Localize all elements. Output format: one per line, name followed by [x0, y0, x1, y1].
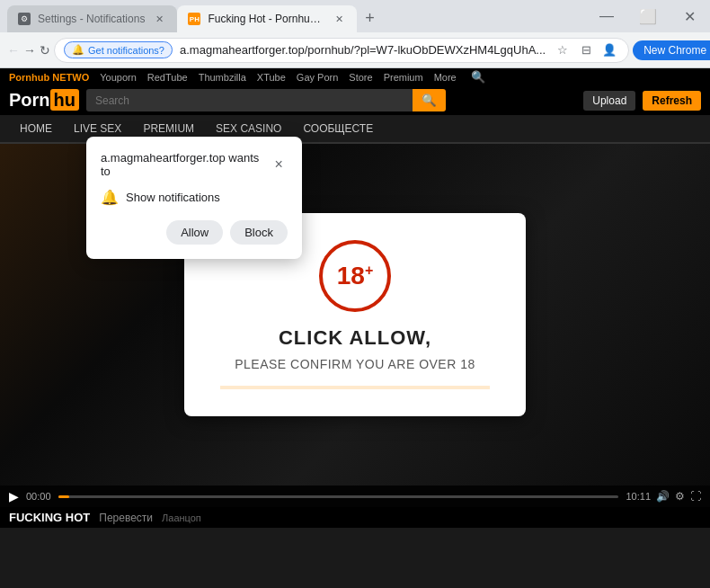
network-link-store[interactable]: Store — [349, 72, 372, 83]
notification-actions: Allow Block — [101, 220, 288, 245]
volume-icon[interactable]: 🔊 — [656, 490, 670, 503]
total-time: 10:11 — [626, 491, 651, 502]
forward-button[interactable]: → — [23, 38, 36, 63]
notification-row: 🔔 Show notifications — [101, 189, 288, 206]
network-link-thumbzilla[interactable]: Thumbzilla — [199, 72, 246, 83]
upload-button[interactable]: Upload — [583, 91, 635, 111]
notification-chip-label: Get notifications? — [88, 45, 164, 56]
url-bar[interactable]: 🔔 Get notifications? a.magmaheartforger.… — [54, 38, 629, 63]
tab-settings-close[interactable]: ✕ — [152, 12, 166, 26]
age-badge: 18+ — [319, 240, 391, 312]
logo-accent: hu — [50, 89, 79, 111]
network-link-more[interactable]: More — [434, 72, 457, 83]
notification-popup: a.magmaheartforger.top wants to × 🔔 Show… — [86, 137, 302, 259]
site-refresh-button[interactable]: Refresh — [643, 91, 701, 111]
bookmark-icon[interactable]: ☆ — [553, 40, 572, 60]
search-input[interactable] — [86, 89, 413, 111]
current-time: 00:00 — [26, 491, 51, 502]
player-bar: ▶ 00:00 10:11 🔊 ⚙ ⛶ — [0, 486, 710, 507]
url-text: a.magmaheartforger.top/pornhub/?pl=W7-lk… — [180, 43, 546, 57]
tab-settings[interactable]: ⚙ Settings - Notifications ✕ — [7, 5, 177, 32]
tab-pornhub-title: Fucking Hot - Pornhub.com — [208, 13, 324, 25]
video-title-bar: FUCKING HOT Перевести Лаанцоп — [0, 507, 710, 528]
notification-chip[interactable]: 🔔 Get notifications? — [64, 41, 173, 58]
fullscreen-icon[interactable]: ⛶ — [690, 490, 701, 503]
pornhub-favicon: PH — [188, 13, 200, 25]
network-search-icon[interactable]: 🔍 — [471, 70, 485, 84]
address-bar-right: New Chrome available ⋮ — [633, 38, 710, 63]
minimize-button[interactable]: — — [586, 4, 627, 29]
new-tab-button[interactable]: + — [357, 5, 382, 31]
network-link-xtube[interactable]: XTube — [257, 72, 286, 83]
url-icons: ☆ ⊟ 👤 — [553, 40, 619, 60]
network-bar: Pornhub NETWO Youporn RedTube Thumbzilla… — [0, 68, 710, 85]
close-window-button[interactable]: ✕ — [669, 4, 710, 29]
video-title: FUCKING HOT — [9, 511, 90, 524]
content-area: Pornhub NETWO Youporn RedTube Thumbzilla… — [0, 68, 710, 588]
play-button[interactable]: ▶ — [9, 489, 19, 503]
notification-description: Show notifications — [126, 191, 220, 204]
profile-icon[interactable]: 👤 — [599, 40, 619, 60]
refresh-button[interactable]: ↻ — [40, 38, 50, 63]
video-subtitle: Лаанцоп — [162, 512, 201, 523]
tab-pornhub[interactable]: PH Fucking Hot - Pornhub.com ✕ — [177, 5, 357, 32]
tab-bar: ⚙ Settings - Notifications ✕ PH Fucking … — [0, 0, 710, 32]
window-controls: — ⬜ ✕ — [586, 0, 710, 32]
network-link-premium[interactable]: Premium — [384, 72, 423, 83]
network-link-redtube[interactable]: RedTube — [147, 72, 188, 83]
address-bar: ← → ↻ 🔔 Get notifications? a.magmaheartf… — [0, 32, 710, 68]
tab-settings-title: Settings - Notifications — [38, 13, 145, 25]
notification-header: a.magmaheartforger.top wants to × — [101, 151, 288, 178]
confirm-age-text: PLEASE CONFIRM YOU ARE OVER 18 — [220, 357, 490, 371]
network-link-gayporn[interactable]: Gay Porn — [297, 72, 338, 83]
progress-bar[interactable] — [58, 495, 619, 498]
site-header: Pornhu 🔍 Upload Refresh — [0, 85, 710, 115]
site-logo[interactable]: Pornhu — [9, 90, 79, 111]
block-button[interactable]: Block — [230, 220, 288, 245]
age-badge-text: 18+ — [337, 263, 374, 289]
back-button[interactable]: ← — [7, 38, 20, 63]
nav-community[interactable]: СООБЩЕСТЕ — [292, 115, 384, 142]
chrome-update-button[interactable]: New Chrome available — [633, 40, 710, 60]
notification-title: a.magmaheartforger.top wants to — [101, 151, 270, 178]
browser-window: ⚙ Settings - Notifications ✕ PH Fucking … — [0, 0, 710, 588]
progress-fill — [58, 495, 69, 498]
search-button[interactable]: 🔍 — [413, 89, 446, 111]
settings-favicon: ⚙ — [18, 13, 31, 25]
player-right-controls: 10:11 🔊 ⚙ ⛶ — [626, 490, 701, 503]
click-allow-heading: CLICK ALLOW, — [220, 326, 490, 350]
translate-button[interactable]: Перевести — [99, 512, 153, 524]
settings-icon[interactable]: ⚙ — [675, 490, 685, 503]
maximize-button[interactable]: ⬜ — [627, 4, 669, 29]
notification-close-button[interactable]: × — [270, 156, 288, 174]
network-link-youporn[interactable]: Youporn — [100, 72, 137, 83]
network-label: Pornhub NETWO — [9, 72, 89, 83]
orange-stripe-decoration — [220, 386, 490, 389]
tab-pornhub-close[interactable]: ✕ — [332, 12, 346, 26]
nav-home[interactable]: HOME — [9, 115, 63, 142]
search-bar: 🔍 — [86, 89, 446, 111]
notification-bell-icon: 🔔 — [72, 44, 84, 56]
age-badge-plus: + — [365, 263, 373, 278]
notification-bell-icon: 🔔 — [101, 189, 119, 206]
tab-search-icon[interactable]: ⊟ — [576, 40, 596, 60]
allow-button[interactable]: Allow — [166, 220, 223, 245]
